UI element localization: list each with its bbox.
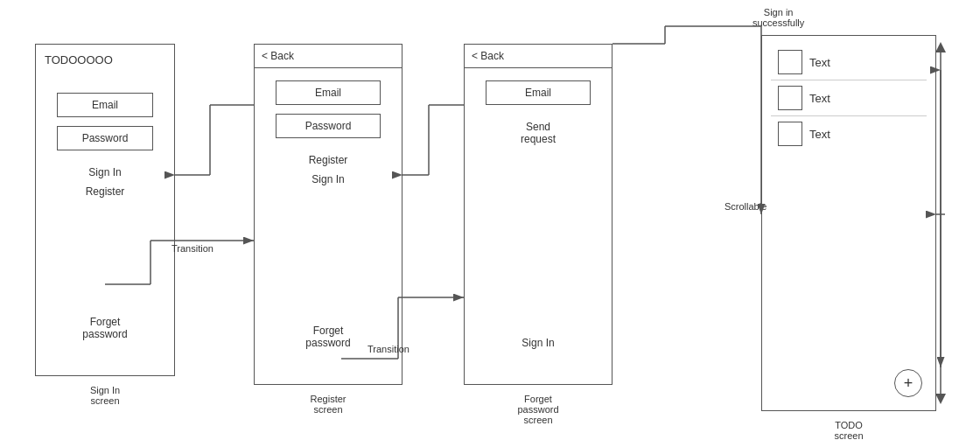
todo-text-3: Text — [809, 128, 830, 141]
todo-item-2[interactable]: Text — [771, 80, 927, 115]
sign-in-successfully-label: Sign in successfully — [752, 7, 804, 28]
register-email-field[interactable]: Email — [276, 80, 381, 105]
todo-screen: Text Text Text + — [761, 35, 936, 411]
signin-register-link[interactable]: Register — [45, 185, 165, 198]
register-signin-link[interactable]: Sign In — [263, 173, 393, 185]
todo-item-1[interactable]: Text — [771, 45, 927, 80]
todo-text-1: Text — [809, 56, 830, 69]
forget-email-field[interactable]: Email — [486, 80, 591, 105]
signin-email-field[interactable]: Email — [57, 93, 153, 117]
todo-screen-label: TODO screen — [788, 420, 910, 440]
forget-screen: < Back Email Send request Sign In — [464, 44, 612, 385]
signin-signin-link[interactable]: Sign In — [45, 166, 165, 178]
forget-send-label[interactable]: Send request — [473, 121, 603, 145]
todo-text-2: Text — [809, 92, 830, 105]
signin-forget-link[interactable]: Forget password — [36, 316, 174, 340]
register-screen: < Back Email Password Register Sign In F… — [254, 44, 402, 385]
signin-todo-label: TODOOOOO — [45, 53, 165, 66]
todo-checkbox-3[interactable] — [778, 122, 802, 146]
register-register-link[interactable]: Register — [263, 154, 393, 166]
signin-screen: TODOOOOO Email Password Sign In Register… — [35, 44, 175, 376]
signin-password-field[interactable]: Password — [57, 126, 153, 150]
signin-screen-label: Sign In screen — [44, 385, 166, 406]
register-screen-label: Register screen — [258, 394, 398, 415]
svg-marker-22 — [935, 394, 946, 404]
register-back-btn[interactable]: < Back — [255, 45, 402, 68]
todo-item-3[interactable]: Text — [771, 116, 927, 151]
plus-button[interactable]: + — [894, 369, 922, 397]
svg-marker-21 — [935, 42, 946, 52]
transition-label-register: Transition — [172, 243, 214, 254]
forget-screen-label: Forget password screen — [468, 394, 608, 425]
diagram-container: TODOOOOO Email Password Sign In Register… — [0, 0, 980, 440]
transition-label-forget: Transition — [368, 344, 410, 354]
todo-checkbox-2[interactable] — [778, 86, 802, 110]
todo-checkbox-1[interactable] — [778, 50, 802, 74]
forget-signin-link[interactable]: Sign In — [465, 337, 612, 349]
forget-back-btn[interactable]: < Back — [465, 45, 612, 68]
scrollable-label: Scrollable — [724, 201, 766, 212]
register-password-field[interactable]: Password — [276, 114, 381, 138]
